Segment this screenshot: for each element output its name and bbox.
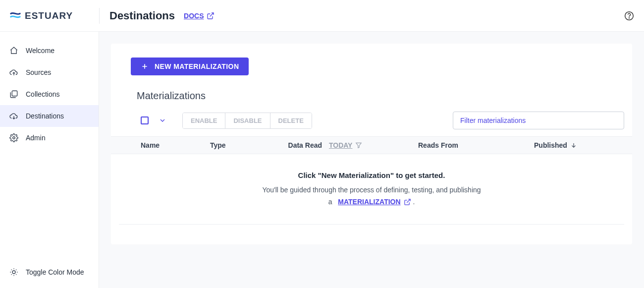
- docs-link-label: DOCS: [184, 12, 204, 20]
- sidebar-item-sources[interactable]: Sources: [0, 61, 99, 83]
- sidebar-item-label: Sources: [26, 68, 51, 76]
- col-reads-from[interactable]: Reads From: [418, 141, 534, 149]
- collections-icon: [9, 89, 19, 99]
- table-header-row: Name Type Data Read TODAY Reads From Pub…: [111, 136, 632, 154]
- empty-subtitle: You'll be guided through the process of …: [129, 184, 614, 208]
- col-today-label: TODAY: [329, 141, 352, 149]
- materialization-link[interactable]: MATERIALIZATION: [338, 196, 411, 208]
- sidebar-item-destinations[interactable]: Destinations: [0, 105, 99, 127]
- sun-icon: [9, 267, 19, 277]
- sidebar-item-label: Welcome: [26, 47, 54, 55]
- docs-link[interactable]: DOCS: [184, 12, 215, 20]
- new-materialization-label: NEW MATERIALIZATION: [155, 62, 239, 70]
- arrow-down-icon: [570, 142, 577, 149]
- sidebar-item-toggle-color[interactable]: Toggle Color Mode: [0, 261, 99, 283]
- table-toolbar: ENABLE DISABLE DELETE: [111, 112, 632, 136]
- filter-input[interactable]: [453, 112, 624, 129]
- sidebar-item-label: Destinations: [26, 112, 64, 120]
- filter-icon: [355, 142, 362, 149]
- empty-suffix: .: [413, 198, 415, 206]
- empty-line: You'll be guided through the process of …: [262, 186, 481, 194]
- select-all-checkbox[interactable]: [141, 116, 149, 124]
- select-menu-button[interactable]: [157, 115, 168, 126]
- external-link-icon: [404, 198, 411, 206]
- sidebar-item-label: Toggle Color Mode: [26, 268, 84, 276]
- col-name[interactable]: Name: [141, 141, 210, 149]
- sidebar-item-collections[interactable]: Collections: [0, 83, 99, 105]
- plus-icon: [141, 62, 149, 70]
- chevron-down-icon: [159, 116, 166, 124]
- svg-rect-2: [12, 91, 17, 96]
- delete-button[interactable]: DELETE: [270, 113, 312, 128]
- question-circle-icon: [624, 11, 634, 21]
- help-button[interactable]: [624, 11, 634, 21]
- empty-title: Click "New Materialization" to get start…: [129, 171, 614, 179]
- brand-logo[interactable]: ESTUARY: [10, 10, 99, 21]
- page-title: Destinations: [109, 9, 175, 22]
- sidebar-item-admin[interactable]: Admin: [0, 127, 99, 149]
- enable-button[interactable]: ENABLE: [183, 113, 225, 128]
- gear-icon: [9, 133, 19, 143]
- empty-prefix: a: [328, 198, 332, 206]
- brand-name: ESTUARY: [25, 10, 73, 21]
- svg-point-3: [13, 137, 15, 139]
- materializations-panel: NEW MATERIALIZATION Materializations ENA…: [111, 44, 632, 244]
- materialization-link-label: MATERIALIZATION: [338, 196, 400, 208]
- col-published-label: Published: [534, 141, 567, 149]
- header-divider: [99, 8, 100, 24]
- svg-point-1: [629, 17, 630, 18]
- col-data-read[interactable]: Data Read: [275, 141, 329, 149]
- app-header: ESTUARY Destinations DOCS: [0, 0, 644, 32]
- cloud-download-icon: [9, 111, 19, 121]
- col-today[interactable]: TODAY: [329, 141, 418, 149]
- sidebar-item-welcome[interactable]: Welcome: [0, 40, 99, 61]
- sidebar-item-label: Collections: [26, 90, 59, 98]
- new-materialization-button[interactable]: NEW MATERIALIZATION: [131, 58, 249, 75]
- disable-button[interactable]: DISABLE: [225, 113, 270, 128]
- external-link-icon: [207, 12, 215, 20]
- sidebar-item-label: Admin: [26, 134, 46, 142]
- estuary-logo-icon: [10, 10, 21, 21]
- empty-state: Click "New Materialization" to get start…: [119, 154, 624, 225]
- section-title: Materializations: [137, 90, 632, 102]
- svg-point-4: [12, 271, 15, 274]
- col-type[interactable]: Type: [210, 141, 275, 149]
- home-icon: [9, 46, 19, 56]
- col-published[interactable]: Published: [534, 141, 577, 149]
- cloud-upload-icon: [9, 67, 19, 77]
- sidebar: Welcome Sources Collections Destinations: [0, 32, 99, 288]
- bulk-action-group: ENABLE DISABLE DELETE: [182, 113, 312, 129]
- main-content: NEW MATERIALIZATION Materializations ENA…: [99, 32, 644, 288]
